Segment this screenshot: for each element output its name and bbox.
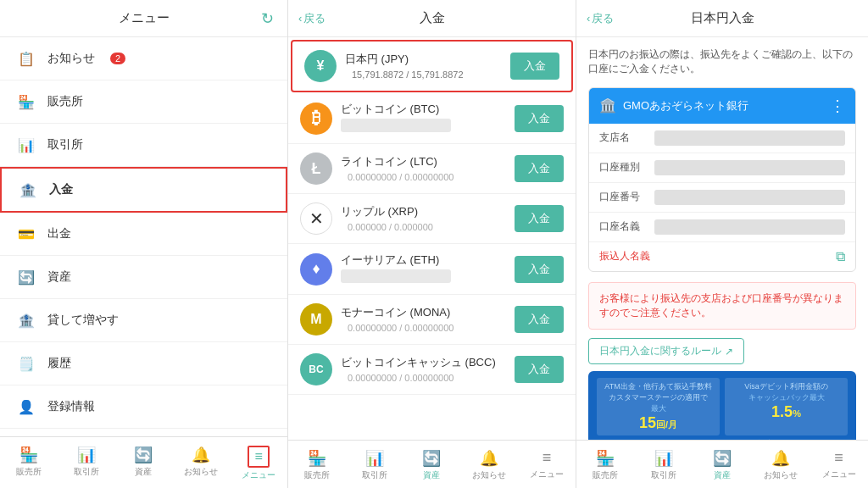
eth-deposit-button[interactable]: 入金: [515, 256, 564, 283]
refresh-icon[interactable]: ↻: [261, 9, 274, 28]
bcc-info: ビットコインキャッシュ (BCC) 0.00000000 / 0.0000000…: [341, 355, 506, 384]
right-nav-exchange-icon: 📊: [654, 449, 673, 468]
jpy-deposit-header: ‹ 戻る 日本円入金: [576, 0, 868, 37]
bank-icon: 🏛️: [599, 97, 616, 114]
nav-notice-icon: 🔔: [192, 446, 210, 464]
right-nav-notice[interactable]: 🔔 お知らせ: [751, 446, 810, 485]
mona-deposit-button[interactable]: 入金: [515, 306, 564, 333]
bank-card-header: 🏛️ GMOあおぞらネット銀行 ⋮: [589, 88, 855, 124]
nav-assets-icon: 🔄: [134, 446, 153, 464]
promo-atm: ATM出金・他行あて振込手数料 カスタマーステージの適用で 最大 15回/月: [597, 378, 720, 435]
ltc-info: ライトコイン (LTC) 0.00000000 / 0.00000000: [341, 154, 506, 183]
news-badge: 2: [110, 53, 125, 64]
withdraw-icon: 💳: [17, 225, 36, 243]
jpy-balance: 15,791.8872 / 15,791.8872: [345, 69, 470, 80]
right-nav-exchange[interactable]: 📊 取引所: [635, 446, 693, 485]
menu-title: メニュー: [119, 10, 170, 26]
rule-button[interactable]: 日本円入金に関するルール ↗: [588, 338, 744, 364]
nav-menu[interactable]: ≡ メニュー: [230, 442, 287, 485]
menu-panel: メニュー ↻ 📋 お知らせ 2 🏪 販売所 📊 取引所 🏦 入金 💳 出金: [0, 0, 288, 488]
eth-info: イーサリアム (ETH): [341, 252, 506, 286]
menu-header: メニュー ↻: [0, 0, 287, 37]
bank-card-body: 支店名 口座種別 口座番号 口座名義: [589, 124, 855, 271]
btc-name: ビットコイン (BTC): [341, 102, 506, 117]
btc-info: ビットコイン (BTC): [341, 102, 506, 135]
xrp-deposit-button[interactable]: 入金: [515, 205, 564, 232]
right-nav-notice-icon: 🔔: [771, 449, 790, 468]
nav-notice[interactable]: 🔔 お知らせ: [172, 442, 230, 485]
bank-field-account-name: 口座名義: [589, 213, 855, 242]
sidebar-item-history[interactable]: 🗒️ 履歴: [0, 342, 287, 385]
mid-nav-notice[interactable]: 🔔 お知らせ: [460, 446, 518, 485]
account-num-value: [654, 190, 845, 205]
sidebar-item-news[interactable]: 📋 お知らせ 2: [0, 37, 287, 80]
middle-bottom-nav: 🏪 販売所 📊 取引所 🔄 資産 🔔 お知らせ ≡ メニュー: [288, 440, 576, 488]
sidebar-item-withdraw[interactable]: 💳 出金: [0, 213, 287, 256]
right-nav-assets[interactable]: 🔄 資産: [693, 446, 752, 485]
mid-nav-sales[interactable]: 🏪 販売所: [288, 446, 346, 485]
account-name-value: [654, 219, 845, 235]
bank-dots-menu[interactable]: ⋮: [830, 97, 845, 115]
sidebar-item-settings[interactable]: ⚙️ 設定: [0, 429, 287, 436]
right-nav-menu[interactable]: ≡ メニュー: [810, 446, 868, 485]
history-icon: 🗒️: [17, 354, 36, 373]
nav-menu-icon: ≡: [248, 446, 269, 468]
sidebar-item-assets[interactable]: 🔄 資産: [0, 256, 287, 299]
deposit-back-button[interactable]: ‹ 戻る: [298, 11, 326, 26]
nav-assets[interactable]: 🔄 資産: [115, 442, 173, 485]
warning-text: お客様により振込先の支店および口座番号が異なりますのでご注意ください。: [599, 291, 845, 321]
profile-icon: 👤: [17, 397, 36, 416]
jpy-info-text: 日本円のお振込の際は、振込先をよくご確認の上、以下の口座にご入金ください。: [588, 47, 856, 77]
xrp-balance: 0.000000 / 0.000000: [341, 221, 442, 233]
sidebar-item-lend[interactable]: 🏦 貸して増やす: [0, 299, 287, 342]
bcc-deposit-button[interactable]: 入金: [515, 356, 564, 383]
account-num-label: 口座番号: [599, 190, 646, 204]
right-nav-assets-icon: 🔄: [713, 449, 732, 468]
mid-nav-exchange[interactable]: 📊 取引所: [346, 446, 403, 485]
mid-nav-menu[interactable]: ≡ メニュー: [518, 446, 576, 485]
jpy-info: 日本円 (JPY) 15,791.8872 / 15,791.8872: [345, 52, 502, 80]
chevron-left-icon: ‹: [298, 12, 302, 25]
bank-field-sender-name: 振込人名義 ⧉: [589, 242, 855, 271]
btc-balance: [341, 119, 451, 132]
mid-nav-exchange-icon: 📊: [365, 449, 384, 468]
exchange-icon: 📊: [17, 136, 36, 154]
mona-icon: M: [300, 303, 332, 336]
sender-name-value: [659, 249, 827, 264]
bcc-balance: 0.00000000 / 0.00000000: [341, 372, 460, 384]
xrp-info: リップル (XRP) 0.000000 / 0.000000: [341, 204, 506, 233]
xrp-name: リップル (XRP): [341, 204, 506, 219]
deposit-list-title: 入金: [420, 10, 445, 26]
warning-box: お客様により振込先の支店および口座番号が異なりますのでご注意ください。: [588, 282, 856, 330]
eth-balance: [341, 269, 451, 283]
jpy-back-button[interactable]: ‹ 戻る: [587, 11, 614, 26]
right-nav-sales[interactable]: 🏪 販売所: [576, 446, 635, 485]
jpy-deposit-button[interactable]: 入金: [510, 53, 559, 80]
sidebar-item-exchange[interactable]: 📊 取引所: [0, 124, 287, 167]
bcc-icon: BC: [300, 353, 332, 385]
deposit-list-panel: ‹ 戻る 入金 ¥ 日本円 (JPY) 15,791.8872 / 15,791…: [288, 0, 576, 488]
nav-sales[interactable]: 🏪 販売所: [0, 442, 58, 485]
btc-deposit-button[interactable]: 入金: [515, 105, 564, 132]
bank-field-branch: 支店名: [589, 124, 855, 153]
right-nav-menu-icon: ≡: [834, 449, 843, 467]
bcc-name: ビットコインキャッシュ (BCC): [341, 355, 506, 370]
coin-item-btc: ₿ ビットコイン (BTC) 入金: [288, 93, 576, 144]
menu-list: 📋 お知らせ 2 🏪 販売所 📊 取引所 🏦 入金 💳 出金 🔄 資産: [0, 37, 287, 436]
mid-nav-assets-icon: 🔄: [422, 449, 441, 468]
copy-icon[interactable]: ⧉: [836, 249, 845, 264]
sidebar-item-profile[interactable]: 👤 登録情報: [0, 385, 287, 429]
ltc-deposit-button[interactable]: 入金: [515, 155, 564, 182]
coin-item-eth: ♦ イーサリアム (ETH) 入金: [288, 244, 576, 295]
sender-name-label: 振込人名義: [599, 249, 650, 263]
sidebar-item-deposit[interactable]: 🏦 入金: [0, 167, 287, 213]
promo-banner: ATM出金・他行あて振込手数料 カスタマーステージの適用で 最大 15回/月 V…: [588, 371, 856, 440]
right-bottom-nav: 🏪 販売所 📊 取引所 🔄 資産 🔔 お知らせ ≡ メニュー: [576, 440, 868, 488]
mona-info: モナーコイン (MONA) 0.00000000 / 0.00000000: [341, 305, 506, 334]
sidebar-item-sales[interactable]: 🏪 販売所: [0, 80, 287, 124]
deposit-list-header: ‹ 戻る 入金: [288, 0, 576, 37]
bank-card: 🏛️ GMOあおぞらネット銀行 ⋮ 支店名 口座種別 口座番号: [588, 87, 856, 272]
mid-nav-assets[interactable]: 🔄 資産: [403, 446, 461, 485]
jpy-deposit-content: 日本円のお振込の際は、振込先をよくご確認の上、以下の口座にご入金ください。 🏛️…: [576, 37, 868, 440]
nav-exchange[interactable]: 📊 取引所: [58, 442, 115, 485]
